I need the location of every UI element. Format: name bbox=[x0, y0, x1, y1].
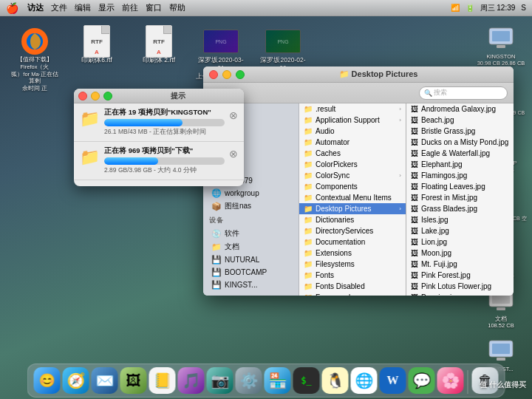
col1-item-fonts[interactable]: 📁 Fonts bbox=[299, 270, 406, 281]
col1-colorpickers-label: ColorPickers bbox=[316, 160, 358, 168]
download-item-2: 📁 正在将 969 项拷贝到"下载" 2.89 GB/3.98 GB - 大约 … bbox=[74, 142, 244, 180]
col2-item-flamingos[interactable]: 🖼 Flamingos.jpg bbox=[406, 170, 514, 181]
menubar-items: 访达 文件 编辑 显示 前往 窗口 帮助 bbox=[27, 2, 185, 13]
col2-pinkforest-label: Pink Forest.jpg bbox=[421, 271, 471, 279]
sidebar-item-software[interactable]: 💿 软件 bbox=[205, 227, 296, 240]
col2-item-isles[interactable]: 🖼 Isles.jpg bbox=[406, 214, 514, 225]
folder-icon-audio: 📁 bbox=[304, 127, 313, 135]
col1-item-docs[interactable]: 📁 Documentation bbox=[299, 236, 406, 248]
progress-fill-2 bbox=[104, 157, 158, 165]
download-info-2: 正在将 969 项拷贝到"下载" 2.89 GB/3.98 GB - 大约 4.… bbox=[104, 146, 225, 175]
col2-item-floatingleaves[interactable]: 🖼 Floating Leaves.jpg bbox=[406, 181, 514, 192]
menu-go[interactable]: 前往 bbox=[122, 2, 138, 13]
col2-item-grassblades[interactable]: 🖼 Grass Blades.jpg bbox=[406, 203, 514, 214]
finder-max-btn[interactable] bbox=[236, 70, 245, 79]
col2-item-lion[interactable]: 🖼 Lion.jpg bbox=[406, 236, 514, 248]
col2-item-beach[interactable]: 🖼 Beach.jpg bbox=[406, 115, 514, 126]
col1-components-label: Components bbox=[316, 183, 358, 191]
dock-safari[interactable]: 🧭 bbox=[63, 367, 89, 394]
dock-addressbook[interactable]: 📒 bbox=[149, 367, 176, 394]
col1-item-caches[interactable]: 📁 Caches bbox=[299, 148, 406, 159]
col1-item-desktoppics[interactable]: 📁 Desktop Pictures › bbox=[299, 203, 406, 214]
finder-close-btn[interactable] bbox=[209, 70, 218, 79]
sidebar-item-nutural[interactable]: 💾 NUTURAL bbox=[205, 253, 296, 266]
col2-eagle-label: Eagle & Waterfall.jpg bbox=[421, 149, 490, 157]
sidebar-item-workgroup[interactable]: 🌐 workgroup bbox=[205, 187, 296, 200]
sidebar-item-kingston[interactable]: 💾 KINGST... bbox=[205, 279, 296, 291]
progress-fill-1 bbox=[104, 119, 183, 126]
col1-item-contextual[interactable]: 📁 Contextual Menu Items bbox=[299, 192, 406, 203]
col2-item-bristlegrass[interactable]: 🖼 Bristle Grass.jpg bbox=[406, 126, 514, 137]
col1-item-colorpickers[interactable]: 📁 ColorPickers bbox=[299, 159, 406, 170]
dock-flower[interactable]: 🌸 bbox=[437, 367, 464, 394]
menu-edit[interactable]: 编辑 bbox=[75, 2, 91, 13]
dock-finder[interactable]: 😊 bbox=[34, 367, 61, 394]
dock-terminal[interactable]: $_ bbox=[293, 367, 320, 394]
img-icon-flamingos: 🖼 bbox=[411, 171, 418, 180]
sidebar-item-docs-drive[interactable]: 📁 文档 bbox=[205, 240, 296, 253]
col1-item-dirservices[interactable]: 📁 DirectoryServices bbox=[299, 225, 406, 236]
dock-iphoto[interactable]: 📷 bbox=[207, 367, 233, 394]
addressbook-dock-icon: 📒 bbox=[149, 367, 176, 394]
col2-item-pinkforest[interactable]: 🖼 Pink Forest.jpg bbox=[406, 270, 514, 281]
drive-kingston[interactable]: KINGSTON30.98 CB 26.86 CB 空闲 bbox=[474, 21, 528, 73]
menu-window[interactable]: 窗口 bbox=[146, 2, 162, 13]
col2-item-mtfuji[interactable]: 🖼 Mt. Fuji.jpg bbox=[406, 259, 514, 270]
img-icon-ducks: 🖼 bbox=[411, 138, 418, 146]
dock-chrome[interactable]: 🌐 bbox=[351, 367, 378, 394]
download-stop-btn-1[interactable]: ⊗ bbox=[229, 109, 238, 121]
col1-item-extensions[interactable]: 📁 Extensions bbox=[299, 248, 406, 259]
download-close-btn[interactable] bbox=[78, 92, 87, 100]
folder-icon-contextual: 📁 bbox=[304, 194, 313, 202]
apple-menu[interactable]: 🍎 bbox=[6, 2, 18, 14]
desktop-icon-rtf2[interactable]: RTF A 印刷体 2.rtf bbox=[133, 27, 185, 64]
col1-appsupport-label: Application Support bbox=[316, 116, 380, 124]
download-max-btn[interactable] bbox=[103, 92, 112, 100]
menu-view[interactable]: 显示 bbox=[98, 2, 115, 13]
desktop-icon-rtf1[interactable]: RTF A 印刷体6.rtf bbox=[71, 27, 123, 64]
col2-item-ducks[interactable]: 🖼 Ducks on a Misty Pond.jpg bbox=[406, 137, 514, 148]
col1-dicts-label: Dictionaries bbox=[316, 216, 354, 224]
menu-finder[interactable]: 访达 bbox=[27, 2, 44, 13]
col2-item-andromeda[interactable]: 🖼 Andromeda Galaxy.jpg bbox=[406, 103, 514, 115]
sidebar-item-bootcamp[interactable]: 💾 BOOTCAMP bbox=[205, 266, 296, 279]
col1-item-components[interactable]: 📁 Components bbox=[299, 181, 406, 192]
col1-item-fontsdisabled[interactable]: 📁 Fonts Disabled bbox=[299, 281, 406, 292]
col2-item-pinklotus[interactable]: 🖼 Pink Lotus Flower.jpg bbox=[406, 281, 514, 292]
col1-item-dicts[interactable]: 📁 Dictionaries bbox=[299, 214, 406, 225]
dock-preview[interactable]: 🖼 bbox=[120, 367, 147, 394]
img-icon-isles: 🖼 bbox=[411, 216, 418, 224]
col2-item-moon[interactable]: 🖼 Moon.jpg bbox=[406, 248, 514, 259]
col1-item-result[interactable]: 📁 .result › bbox=[299, 103, 406, 115]
menu-help[interactable]: 帮助 bbox=[169, 2, 185, 13]
col2-item-eagle[interactable]: 🖼 Eagle & Waterfall.jpg bbox=[406, 148, 514, 159]
dock-itunes[interactable]: 🎵 bbox=[178, 367, 205, 394]
col1-item-automator[interactable]: 📁 Automator bbox=[299, 137, 406, 148]
search-box[interactable]: 🔍 搜索 bbox=[419, 86, 508, 100]
dock-appstore[interactable]: 🏪 bbox=[265, 367, 291, 394]
col1-item-colorsync[interactable]: 📁 ColorSync › bbox=[299, 170, 406, 181]
dock-sysprefs[interactable]: ⚙️ bbox=[236, 367, 262, 394]
col2-item-lake[interactable]: 🖼 Lake.jpg bbox=[406, 225, 514, 236]
dock-penguin[interactable]: 🐧 bbox=[322, 367, 349, 394]
menu-file[interactable]: 文件 bbox=[51, 2, 67, 13]
desktop-icon-firefox[interactable]: 【值得下载】Firefox（火狐）for Ma·正在估算剩余时间 正 bbox=[9, 27, 61, 92]
dock-mail[interactable]: ✉️ bbox=[92, 367, 118, 394]
dock-wechat[interactable]: 💬 bbox=[409, 367, 435, 394]
col1-item-appsupport[interactable]: 📁 Application Support › bbox=[299, 115, 406, 126]
col1-item-frameworks[interactable]: 📁 Frameworks › bbox=[299, 292, 406, 296]
sidebar-item-nas[interactable]: 📦 图纽nas bbox=[205, 200, 296, 213]
finder-min-btn[interactable] bbox=[222, 70, 231, 79]
dock-word[interactable]: W bbox=[380, 367, 406, 394]
col1-item-audio[interactable]: 📁 Audio bbox=[299, 126, 406, 137]
col2-item-poppies[interactable]: 🖼 Poppies.jpg bbox=[406, 292, 514, 296]
watermark: 值 什么值得买 bbox=[480, 380, 526, 390]
col1-item-filesystems[interactable]: 📁 Filesystems bbox=[299, 259, 406, 270]
download-stop-btn-2[interactable]: ⊗ bbox=[229, 148, 238, 160]
col2-item-elephant[interactable]: 🖼 Elephant.jpg bbox=[406, 159, 514, 170]
download-min-btn[interactable] bbox=[91, 92, 100, 100]
col2-item-forestmist[interactable]: 🖼 Forest in Mist.jpg bbox=[406, 192, 514, 203]
col1-filesystems-label: Filesystems bbox=[316, 260, 355, 268]
sysprefs-dock-icon: ⚙️ bbox=[236, 367, 262, 394]
col2-flamingos-label: Flamingos.jpg bbox=[421, 171, 467, 180]
